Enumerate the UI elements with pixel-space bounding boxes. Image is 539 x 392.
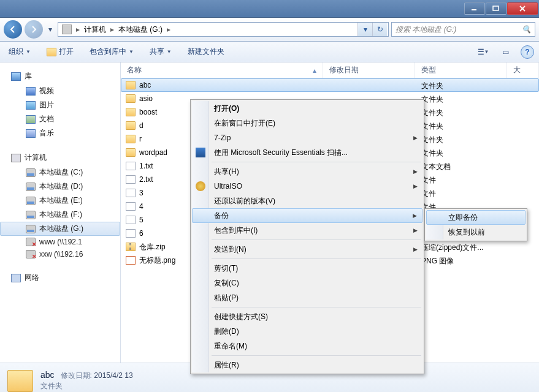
help-button[interactable]: ? <box>521 45 534 59</box>
search-input[interactable]: 搜索 本地磁盘 (G:) 🔍 <box>391 22 535 37</box>
new-folder-button[interactable]: 新建文件夹 <box>184 45 228 59</box>
close-button[interactable] <box>507 2 538 15</box>
menu-restore-versions[interactable]: 还原以前的版本(V) <box>192 194 422 208</box>
video-icon <box>26 87 36 96</box>
mse-icon <box>196 148 205 157</box>
drive-icon <box>26 197 36 205</box>
breadcrumb-drive[interactable]: 本地磁盘 (G:) <box>116 24 165 35</box>
drive-icon <box>62 24 72 34</box>
svg-rect-1 <box>493 6 499 10</box>
file-icon <box>126 189 136 197</box>
back-button[interactable] <box>4 20 22 39</box>
address-dropdown[interactable]: ▾ <box>357 23 372 36</box>
navigation-tree: 库 视频 图片 文档 音乐 计算机 本地磁盘 (C:) 本地磁盘 (D:) 本地… <box>0 62 121 363</box>
documents-icon <box>26 115 36 124</box>
window-titlebar <box>0 0 539 18</box>
computer-icon <box>11 154 21 162</box>
view-options-button[interactable]: ☰ ▼ <box>476 45 490 59</box>
breadcrumb-sep: ▸ <box>74 25 82 34</box>
file-icon <box>126 202 136 211</box>
minimize-button[interactable] <box>464 2 485 15</box>
drive-icon <box>26 211 36 219</box>
menu-cut[interactable]: 剪切(T) <box>192 261 422 276</box>
organize-button[interactable]: 组织▼ <box>5 45 34 59</box>
ultraiso-icon <box>196 181 205 191</box>
column-type[interactable]: 类型 <box>415 62 507 78</box>
breadcrumb-computer[interactable]: 计算机 <box>82 24 109 35</box>
tree-drive-f[interactable]: 本地磁盘 (F:) <box>0 208 120 222</box>
menu-share[interactable]: 共享(H)▶ <box>192 164 422 179</box>
menu-ultraiso[interactable]: UltraISO▶ <box>192 179 422 194</box>
menu-create-shortcut[interactable]: 创建快捷方式(S) <box>192 309 422 324</box>
search-icon: 🔍 <box>522 25 531 34</box>
tree-documents[interactable]: 文档 <box>0 112 120 126</box>
breadcrumb-sep: ▸ <box>165 25 172 34</box>
backup-submenu: 立即备份 恢复到以前 <box>424 208 527 241</box>
menu-mse-scan[interactable]: 使用 Microsoft Security Essentials 扫描... <box>192 145 422 160</box>
svg-rect-0 <box>472 9 476 10</box>
tree-drive-g[interactable]: 本地磁盘 (G:) <box>0 222 120 236</box>
tree-music[interactable]: 音乐 <box>0 126 120 140</box>
tree-computer[interactable]: 计算机 <box>0 150 120 165</box>
submenu-backup-now[interactable]: 立即备份 <box>426 210 526 225</box>
disconnected-drive-icon <box>26 238 36 246</box>
details-modified-label: 修改日期: <box>61 371 92 380</box>
history-dropdown[interactable]: ▾ <box>45 25 55 34</box>
drive-icon <box>26 168 36 177</box>
folder-icon <box>126 108 136 116</box>
folder-icon <box>126 121 136 130</box>
tree-network[interactable]: 网络 <box>0 270 120 285</box>
menu-7zip[interactable]: 7-Zip▶ <box>192 130 422 145</box>
tree-libraries[interactable]: 库 <box>0 69 120 84</box>
folder-icon <box>126 94 136 103</box>
large-folder-icon <box>7 370 33 392</box>
menu-delete[interactable]: 删除(D) <box>192 324 422 339</box>
preview-pane-button[interactable]: ▭ <box>499 45 512 59</box>
tree-pictures[interactable]: 图片 <box>0 98 120 112</box>
column-name[interactable]: 名称▴ <box>121 62 323 78</box>
menu-include-library[interactable]: 包含到库中(I)▶ <box>192 223 422 238</box>
forward-button[interactable] <box>25 20 43 39</box>
share-button[interactable]: 共享▼ <box>146 45 175 59</box>
navigation-bar: ▾ ▸ 计算机 ▸ 本地磁盘 (G:) ▸ ▾ ↻ 搜索 本地磁盘 (G:) 🔍 <box>0 18 539 42</box>
tree-drive-c[interactable]: 本地磁盘 (C:) <box>0 165 120 179</box>
folder-icon <box>126 148 136 157</box>
tree-netdrive-www[interactable]: www (\\192.1 <box>0 236 120 248</box>
menu-open-new-window[interactable]: 在新窗口中打开(E) <box>192 116 422 130</box>
image-icon <box>126 256 136 265</box>
refresh-button[interactable]: ↻ <box>372 23 387 36</box>
menu-send-to[interactable]: 发送到(N)▶ <box>192 242 422 257</box>
details-name: abc <box>40 370 55 380</box>
disconnected-drive-icon <box>26 250 36 258</box>
menu-rename[interactable]: 重命名(M) <box>192 339 422 353</box>
tree-videos[interactable]: 视频 <box>0 84 120 98</box>
address-bar[interactable]: ▸ 计算机 ▸ 本地磁盘 (G:) ▸ ▾ ↻ <box>58 22 389 37</box>
file-icon <box>126 216 136 224</box>
breadcrumb-sep: ▸ <box>109 25 116 34</box>
maximize-button[interactable] <box>486 2 507 15</box>
library-icon <box>11 72 21 81</box>
drive-icon <box>26 183 36 191</box>
open-button[interactable]: 打开 <box>43 45 77 59</box>
menu-backup[interactable]: 备份▶ <box>192 208 422 223</box>
folder-icon <box>126 81 136 89</box>
pictures-icon <box>26 101 36 110</box>
music-icon <box>26 129 36 138</box>
tree-drive-d[interactable]: 本地磁盘 (D:) <box>0 179 120 194</box>
column-size[interactable]: 大 <box>507 62 539 78</box>
network-icon <box>11 274 21 282</box>
include-button[interactable]: 包含到库中▼ <box>86 45 137 59</box>
command-toolbar: 组织▼ 打开 包含到库中▼ 共享▼ 新建文件夹 ☰ ▼ ▭ ? <box>0 42 539 62</box>
folder-icon <box>47 48 56 56</box>
tree-drive-e[interactable]: 本地磁盘 (E:) <box>0 194 120 208</box>
menu-copy[interactable]: 复制(C) <box>192 276 422 290</box>
menu-paste[interactable]: 粘贴(P) <box>192 290 422 305</box>
menu-open[interactable]: 打开(O) <box>192 101 422 116</box>
menu-properties[interactable]: 属性(R) <box>192 358 422 372</box>
tree-netdrive-xxw[interactable]: xxw (\\192.16 <box>0 248 120 260</box>
submenu-restore-previous[interactable]: 恢复到以前 <box>426 225 526 239</box>
details-modified-value: 2015/4/2 13 <box>94 371 132 380</box>
file-icon <box>126 229 136 238</box>
column-modified[interactable]: 修改日期 <box>323 62 415 78</box>
text-file-icon <box>126 162 136 170</box>
